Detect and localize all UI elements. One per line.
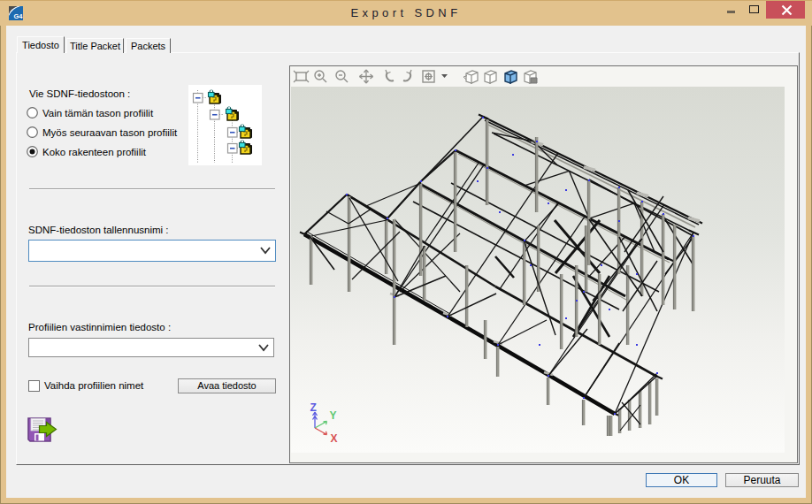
svg-text:X: X [331,432,338,445]
svg-text:Y: Y [330,409,337,422]
svg-text:Z: Z [310,401,317,414]
